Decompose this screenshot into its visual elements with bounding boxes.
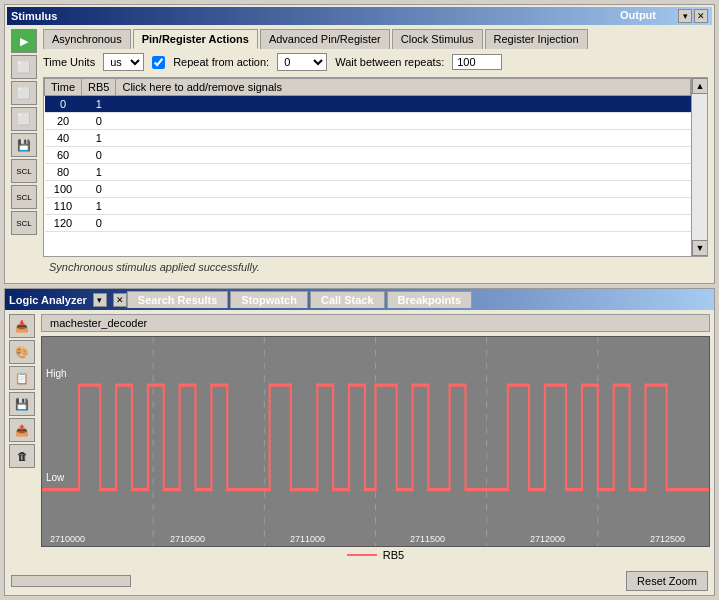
tab-breakpoints[interactable]: Breakpoints — [387, 291, 473, 308]
cell-rb5: 0 — [82, 215, 116, 232]
low-label: Low — [46, 472, 64, 483]
time-units-label: Time Units — [43, 56, 95, 68]
analyzer-sidebar: 📥 🎨 📋 💾 📤 🗑 — [9, 314, 37, 563]
reset-zoom-button[interactable]: Reset Zoom — [626, 571, 708, 591]
analyzer-btn-2[interactable]: 🎨 — [9, 340, 35, 364]
waveform-svg — [42, 337, 709, 546]
cell-signal — [116, 147, 691, 164]
high-label: High — [46, 368, 67, 379]
table-row[interactable]: 40 1 — [45, 130, 691, 147]
cell-rb5: 1 — [82, 96, 116, 113]
cell-time: 40 — [45, 130, 82, 147]
status-bar: Synchronous stimulus applied successfull… — [43, 257, 708, 277]
table-row[interactable]: 0 1 — [45, 96, 691, 113]
run-button[interactable]: ▶ — [11, 29, 37, 53]
cell-rb5: 0 — [82, 147, 116, 164]
x-label-6: 2712500 — [650, 534, 685, 544]
progress-bar[interactable] — [11, 575, 131, 587]
analyzer-title-bar: Logic Analyzer ▾ ✕ Search Results Stopwa… — [5, 289, 714, 310]
table-scrollbar[interactable]: ▲ ▼ — [691, 78, 707, 256]
cell-time: 60 — [45, 147, 82, 164]
tab-clock[interactable]: Clock Stimulus — [392, 29, 483, 49]
sidebar-btn-1[interactable]: ⬜ — [11, 55, 37, 79]
cell-signal — [116, 164, 691, 181]
cell-signal — [116, 130, 691, 147]
scroll-down-btn[interactable]: ▼ — [692, 240, 708, 256]
table-row[interactable]: 100 0 — [45, 181, 691, 198]
tab-call-stack[interactable]: Call Stack — [310, 291, 385, 308]
table-row[interactable]: 110 1 — [45, 198, 691, 215]
cell-signal — [116, 198, 691, 215]
status-text: Synchronous stimulus applied successfull… — [49, 261, 260, 273]
wait-label: Wait between repeats: — [335, 56, 444, 68]
stimulus-table: Time RB5 Click here to add/remove signal… — [44, 78, 691, 232]
tab-asynchronous[interactable]: Asynchronous — [43, 29, 131, 49]
cell-time: 110 — [45, 198, 82, 215]
cell-rb5: 0 — [82, 181, 116, 198]
cell-rb5: 1 — [82, 130, 116, 147]
tab-register-injection[interactable]: Register Injection — [485, 29, 588, 49]
cell-signal — [116, 181, 691, 198]
waveform-area: High Low — [41, 336, 710, 547]
legend-label: RB5 — [383, 549, 404, 561]
table-row[interactable]: 120 0 — [45, 215, 691, 232]
scl-btn-3[interactable]: SCL — [11, 211, 37, 235]
analyzer-btn-6[interactable]: 🗑 — [9, 444, 35, 468]
stimulus-title-bar: Stimulus Output ▾ ✕ — [7, 7, 712, 25]
col-rb5: RB5 — [82, 79, 116, 96]
output-title: Output — [620, 9, 656, 23]
stimulus-tabs: Asynchronous Pin/Register Actions Advanc… — [43, 29, 708, 49]
cell-time: 20 — [45, 113, 82, 130]
x-label-4: 2711500 — [410, 534, 445, 544]
analyzer-btn-5[interactable]: 📤 — [9, 418, 35, 442]
analyzer-btn-3[interactable]: 📋 — [9, 366, 35, 390]
cell-signal — [116, 96, 691, 113]
cell-signal — [116, 215, 691, 232]
table-row[interactable]: 80 1 — [45, 164, 691, 181]
waveform-legend: RB5 — [41, 547, 710, 563]
repeat-select[interactable]: 0 — [277, 53, 327, 71]
cell-time: 0 — [45, 96, 82, 113]
col-time: Time — [45, 79, 82, 96]
tab-stopwatch[interactable]: Stopwatch — [230, 291, 308, 308]
analyzer-title: Logic Analyzer — [9, 294, 87, 306]
table-row[interactable]: 60 0 — [45, 147, 691, 164]
cell-rb5: 1 — [82, 164, 116, 181]
analyzer-btn-4[interactable]: 💾 — [9, 392, 35, 416]
float-button[interactable]: ▾ — [678, 9, 692, 23]
analyzer-btn-1[interactable]: 📥 — [9, 314, 35, 338]
scroll-track — [692, 94, 707, 240]
tab-search-results[interactable]: Search Results — [127, 291, 228, 308]
cell-time: 80 — [45, 164, 82, 181]
stimulus-sidebar: ▶ ⬜ ⬜ ⬜ 💾 SCL SCL SCL — [11, 29, 39, 277]
scroll-up-btn[interactable]: ▲ — [692, 78, 708, 94]
repeat-checkbox[interactable] — [152, 56, 165, 69]
stimulus-title: Stimulus — [11, 10, 57, 22]
cell-rb5: 0 — [82, 113, 116, 130]
col-add-signals[interactable]: Click here to add/remove signals — [116, 79, 691, 96]
time-units-select[interactable]: us ns ms — [103, 53, 144, 71]
legend-line — [347, 554, 377, 556]
scl-btn-2[interactable]: SCL — [11, 185, 37, 209]
cell-time: 120 — [45, 215, 82, 232]
analyzer-close-btn[interactable]: ✕ — [113, 293, 127, 307]
close-button[interactable]: ✕ — [694, 9, 708, 23]
repeat-label: Repeat from action: — [173, 56, 269, 68]
sidebar-btn-2[interactable]: ⬜ — [11, 81, 37, 105]
analyzer-float-btn[interactable]: ▾ — [93, 293, 107, 307]
cell-rb5: 1 — [82, 198, 116, 215]
x-label-2: 2710500 — [170, 534, 205, 544]
waveform-tab[interactable]: machester_decoder — [41, 314, 710, 332]
tab-pin-register[interactable]: Pin/Register Actions — [133, 29, 258, 49]
x-label-3: 2711000 — [290, 534, 325, 544]
save-button[interactable]: 💾 — [11, 133, 37, 157]
cell-signal — [116, 113, 691, 130]
bottom-bar: Reset Zoom — [5, 567, 714, 595]
wait-input[interactable] — [452, 54, 502, 70]
tab-options: Time Units us ns ms Repeat from action: … — [43, 53, 708, 71]
tab-advanced[interactable]: Advanced Pin/Register — [260, 29, 390, 49]
table-row[interactable]: 20 0 — [45, 113, 691, 130]
sidebar-btn-3[interactable]: ⬜ — [11, 107, 37, 131]
scl-btn-1[interactable]: SCL — [11, 159, 37, 183]
x-label-5: 2712000 — [530, 534, 565, 544]
